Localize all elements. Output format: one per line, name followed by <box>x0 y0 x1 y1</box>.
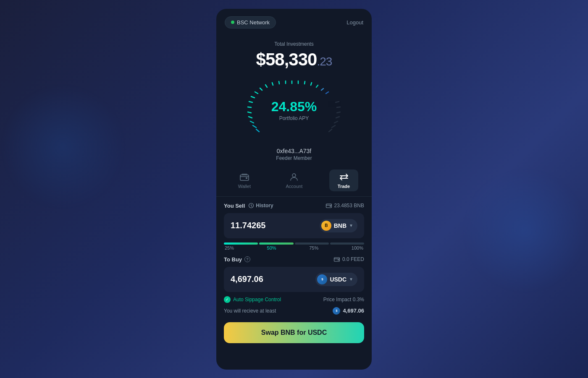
trade-section: You Sell History 23.4853 BNB <box>216 197 372 370</box>
svg-line-19 <box>279 81 279 84</box>
trade-icon <box>339 172 349 182</box>
receive-token-icon: $ <box>333 307 340 315</box>
svg-line-3 <box>336 117 339 118</box>
sell-balance: 23.4853 BNB <box>334 203 364 209</box>
nav-wallet-label: Wallet <box>238 184 251 189</box>
svg-line-9 <box>250 121 254 123</box>
receive-row: You will recieve at least $ 4,697.06 <box>224 307 364 315</box>
svg-line-1 <box>332 125 335 128</box>
progress-bar <box>224 242 364 245</box>
price-impact: Price Impact 0.3% <box>323 297 364 302</box>
network-status-dot <box>231 21 234 24</box>
svg-line-7 <box>256 129 259 132</box>
svg-line-24 <box>311 83 312 85</box>
buy-header: To Buy ? 0.0 FEED <box>224 256 364 263</box>
svg-rect-33 <box>330 206 331 207</box>
sell-label: You Sell <box>224 203 245 209</box>
investments-cents: .23 <box>317 55 332 68</box>
progress-75[interactable] <box>295 242 329 245</box>
history-label: History <box>256 203 273 209</box>
nav-tabs: Wallet Account Trade <box>216 164 372 197</box>
buy-token-chevron: ▼ <box>349 277 353 282</box>
logout-button[interactable]: Logout <box>346 19 363 26</box>
svg-line-26 <box>321 89 323 90</box>
usdc-token-icon: $ <box>317 274 327 284</box>
gauge-percent: 24.85% <box>271 99 317 115</box>
history-button[interactable]: History <box>248 203 273 209</box>
network-label: BSC Network <box>237 19 270 26</box>
buy-left: To Buy ? <box>224 256 250 263</box>
investments-main: $58,330 <box>256 50 317 69</box>
svg-point-30 <box>292 174 296 177</box>
svg-line-6 <box>336 102 339 102</box>
buy-balance: 0.0 FEED <box>342 256 364 262</box>
svg-line-18 <box>272 83 273 85</box>
svg-line-2 <box>334 121 338 123</box>
wallet-address-section: 0xfe43...A73f Feeder Member <box>216 141 372 164</box>
svg-line-0 <box>329 129 332 132</box>
gauge-label: Portfolio APY <box>271 115 317 121</box>
gauge-container: 24.85% Portfolio APY <box>216 74 372 141</box>
receive-value: 4,697.06 <box>343 308 364 314</box>
buy-info-icon[interactable]: ? <box>244 256 250 262</box>
svg-line-13 <box>249 102 252 102</box>
buy-token-name: USDC <box>330 276 346 283</box>
auto-slippage[interactable]: ✓ Auto Sippage Control <box>224 296 281 303</box>
progress-label-25[interactable]: 25% <box>225 245 234 250</box>
gauge-center: 24.85% Portfolio APY <box>271 99 317 121</box>
sidebar-item-wallet[interactable]: Wallet <box>230 169 259 191</box>
sidebar-item-trade[interactable]: Trade <box>329 169 358 191</box>
svg-line-4 <box>337 112 340 113</box>
network-badge[interactable]: BSC Network <box>225 16 276 29</box>
sell-balance-info: 23.4853 BNB <box>326 203 364 209</box>
buy-label: To Buy <box>224 256 242 263</box>
buy-wallet-icon <box>334 257 340 262</box>
investments-amount: $58,330.23 <box>225 50 363 70</box>
progress-100[interactable] <box>330 242 364 245</box>
bnb-token-icon: B <box>321 221 331 231</box>
svg-line-15 <box>255 92 258 94</box>
receive-label: You will recieve at least <box>224 308 276 314</box>
app-panel: BSC Network Logout Total Investments $58… <box>216 9 372 370</box>
buy-input-row: 4,697.06 $ USDC ▼ <box>224 267 364 292</box>
nav-account-label: Account <box>286 184 303 189</box>
progress-25[interactable] <box>224 242 258 245</box>
svg-rect-34 <box>334 258 339 261</box>
nav-trade-label: Trade <box>338 184 350 189</box>
progress-labels: 25% 50% 75% 100% <box>224 245 364 250</box>
check-icon: ✓ <box>224 296 231 303</box>
progress-label-75[interactable]: 75% <box>309 245 318 250</box>
svg-line-16 <box>260 88 262 90</box>
progress-label-100[interactable]: 100% <box>352 245 363 250</box>
svg-line-23 <box>304 81 305 84</box>
svg-line-11 <box>248 112 251 113</box>
svg-line-14 <box>251 96 255 98</box>
receive-amount: $ 4,697.06 <box>333 307 364 315</box>
sell-input-value[interactable]: 11.74265 <box>231 221 265 230</box>
svg-rect-29 <box>246 177 247 179</box>
svg-line-27 <box>326 92 328 94</box>
svg-line-25 <box>316 85 318 87</box>
buy-balance-info: 0.0 FEED <box>334 256 364 262</box>
progress-label-50[interactable]: 50% <box>267 245 276 250</box>
progress-50[interactable] <box>259 242 293 245</box>
buy-token-selector[interactable]: $ USDC ▼ <box>315 273 357 286</box>
svg-rect-35 <box>338 260 339 261</box>
sell-header: You Sell History 23.4853 BNB <box>224 203 364 209</box>
svg-rect-32 <box>326 204 331 208</box>
slippage-label: Auto Sippage Control <box>233 297 281 302</box>
member-label: Feeder Member <box>225 155 363 161</box>
sell-token-chevron: ▼ <box>349 223 353 228</box>
sell-input-row: 11.74265 B BNB ▼ <box>224 213 364 238</box>
svg-line-17 <box>265 85 267 87</box>
sidebar-item-account[interactable]: Account <box>278 169 311 191</box>
investments-section: Total Investments $58,330.23 <box>216 33 372 74</box>
svg-rect-28 <box>240 175 249 180</box>
wallet-icon <box>239 172 249 182</box>
svg-line-5 <box>337 107 340 107</box>
buy-input-value[interactable]: 4,697.06 <box>231 274 263 284</box>
history-icon <box>248 203 254 209</box>
header: BSC Network Logout <box>216 9 372 33</box>
swap-button[interactable]: Swap BNB for USDC <box>224 322 364 343</box>
sell-token-selector[interactable]: B BNB ▼ <box>320 219 357 232</box>
